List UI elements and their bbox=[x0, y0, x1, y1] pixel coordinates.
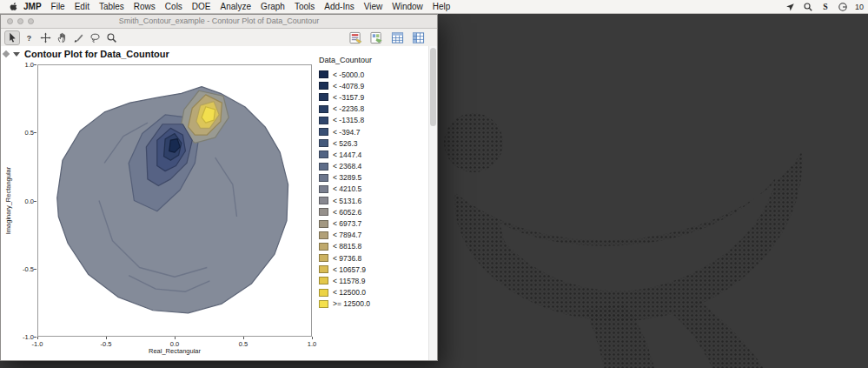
crosshair-tool[interactable] bbox=[37, 30, 53, 45]
legend-row-16[interactable]: < 9736.8 bbox=[319, 252, 372, 264]
x-tick-mark bbox=[312, 337, 313, 339]
x-tick-label: 1.0 bbox=[308, 340, 316, 348]
legend-row-8[interactable]: < 2368.4 bbox=[319, 161, 372, 172]
menu-item-help[interactable]: Help bbox=[432, 0, 452, 13]
search-icon[interactable] bbox=[803, 2, 813, 12]
pointer-icon[interactable] bbox=[785, 2, 796, 12]
g-logo-icon[interactable] bbox=[838, 2, 848, 12]
legend-label: < 4210.5 bbox=[333, 184, 361, 193]
menu-item-rows[interactable]: Rows bbox=[133, 0, 156, 13]
x-tick-label: -1.0 bbox=[32, 340, 43, 348]
menu-item-graph[interactable]: Graph bbox=[260, 0, 286, 13]
legend-row-1[interactable]: < -4078.9 bbox=[319, 80, 372, 91]
legend-swatch bbox=[319, 139, 328, 147]
legend-row-12[interactable]: < 6052.6 bbox=[319, 206, 372, 217]
menu-item-file[interactable]: File bbox=[50, 0, 66, 13]
legend-swatch bbox=[319, 185, 328, 193]
scrollbar-thumb[interactable] bbox=[430, 48, 436, 126]
legend-label: >= 12500.0 bbox=[333, 299, 370, 308]
legend-label: < 12500.0 bbox=[333, 288, 366, 297]
menu-item-analyze[interactable]: Analyze bbox=[220, 0, 253, 13]
y-tick-mark bbox=[34, 132, 36, 133]
brush-tool[interactable] bbox=[70, 30, 86, 45]
vertical-scrollbar[interactable] bbox=[428, 46, 437, 360]
y-tick-label: -0.5 bbox=[8, 265, 34, 273]
menu-item-jmp[interactable]: JMP bbox=[23, 0, 43, 13]
menu-item-doe[interactable]: DOE bbox=[191, 0, 212, 13]
legend-swatch bbox=[319, 300, 328, 308]
x-tick-mark bbox=[106, 337, 107, 339]
hand-tool[interactable] bbox=[54, 30, 70, 45]
menu-item-edit[interactable]: Edit bbox=[74, 0, 90, 13]
legend-label: < 526.3 bbox=[333, 139, 358, 148]
legend-row-0[interactable]: < -5000.0 bbox=[319, 69, 372, 80]
legend-swatch bbox=[319, 220, 328, 228]
legend-label: < -1315.8 bbox=[333, 116, 364, 124]
x-tick-mark bbox=[243, 337, 244, 339]
y-tick-label: 1.0 bbox=[8, 61, 34, 69]
legend-row-9[interactable]: < 3289.5 bbox=[319, 172, 372, 184]
close-button[interactable] bbox=[7, 18, 13, 24]
x-tick-label: 0.5 bbox=[239, 340, 248, 348]
legend-label: < -4078.9 bbox=[333, 82, 364, 90]
arrow-tool[interactable] bbox=[4, 30, 20, 45]
legend-swatch bbox=[319, 128, 328, 136]
outline-header[interactable]: Contour Plot for Data_Countour bbox=[3, 49, 169, 59]
legend-row-10[interactable]: < 4210.5 bbox=[319, 184, 372, 195]
legend-row-14[interactable]: < 7894.7 bbox=[319, 230, 372, 241]
legend-row-20[interactable]: >= 12500.0 bbox=[319, 298, 372, 310]
s-logo-icon[interactable]: S bbox=[820, 2, 831, 12]
legend-label: < 3289.5 bbox=[333, 173, 361, 182]
legend-row-19[interactable]: < 12500.0 bbox=[319, 287, 372, 298]
legend-row-11[interactable]: < 5131.6 bbox=[319, 195, 372, 206]
plot-frame[interactable] bbox=[37, 64, 312, 337]
legend-row-4[interactable]: < -1315.8 bbox=[319, 115, 372, 126]
legend-label: < -3157.9 bbox=[333, 93, 364, 102]
jmp-person-logo-watermark bbox=[439, 14, 868, 368]
legend-row-3[interactable]: < -2236.8 bbox=[319, 104, 372, 115]
menu-item-view[interactable]: View bbox=[363, 0, 384, 13]
toolbar-right-icons bbox=[347, 30, 427, 45]
legend-label: < -5000.0 bbox=[333, 70, 364, 79]
minimize-button[interactable] bbox=[17, 18, 23, 24]
legend-swatch bbox=[319, 151, 328, 158]
disclosure-triangle-icon[interactable] bbox=[13, 52, 20, 57]
legend-swatch bbox=[319, 82, 328, 90]
legend-row-5[interactable]: < -394.7 bbox=[319, 126, 372, 137]
menubar: JMPFileEditTablesRowsColsDOEAnalyzeGraph… bbox=[0, 0, 868, 14]
legend-swatch bbox=[319, 231, 328, 239]
menubar-items: JMPFileEditTablesRowsColsDOEAnalyzeGraph… bbox=[23, 0, 451, 13]
watermark-body-swoosh bbox=[454, 151, 803, 321]
legend-row-7[interactable]: < 1447.4 bbox=[319, 149, 372, 160]
zoom-button[interactable] bbox=[28, 18, 34, 24]
columns-icon[interactable] bbox=[409, 30, 427, 45]
legend-label: < 11578.9 bbox=[333, 277, 365, 285]
legend-swatch bbox=[319, 254, 328, 262]
window-titlebar[interactable]: Smith_Contour_example - Contour Plot of … bbox=[1, 15, 437, 29]
help-tool[interactable]: ? bbox=[21, 30, 36, 45]
lasso-tool[interactable] bbox=[87, 30, 103, 45]
legend-swatch bbox=[319, 208, 328, 216]
legend-row-13[interactable]: < 6973.7 bbox=[319, 217, 372, 229]
legend-row-18[interactable]: < 11578.9 bbox=[319, 275, 372, 286]
layout-icon[interactable] bbox=[368, 30, 385, 45]
legend-row-6[interactable]: < 526.3 bbox=[319, 137, 372, 149]
outline-title: Contour Plot for Data_Countour bbox=[24, 49, 169, 59]
legend-label: < 8815.8 bbox=[333, 242, 361, 251]
toolbar-left-icons: ? bbox=[4, 30, 119, 45]
legend-row-2[interactable]: < -3157.9 bbox=[319, 91, 372, 103]
menu-item-tables[interactable]: Tables bbox=[98, 0, 125, 13]
legend-row-17[interactable]: < 10657.9 bbox=[319, 264, 372, 275]
menu-item-cols[interactable]: Cols bbox=[164, 0, 183, 13]
x-axis-label: Real_Rectangular bbox=[37, 347, 312, 355]
magnifier-tool[interactable] bbox=[103, 30, 119, 45]
data-table-icon[interactable] bbox=[388, 30, 406, 45]
menubar-status: S 10 bbox=[785, 0, 864, 13]
apple-logo-icon[interactable] bbox=[9, 2, 19, 12]
menu-item-add-ins[interactable]: Add-Ins bbox=[323, 0, 354, 13]
legend-title: Data_Countour bbox=[319, 56, 372, 64]
menu-item-tools[interactable]: Tools bbox=[294, 0, 315, 13]
menu-item-window[interactable]: Window bbox=[391, 0, 424, 13]
legend-row-15[interactable]: < 8815.8 bbox=[319, 241, 372, 252]
journal-icon[interactable] bbox=[347, 30, 364, 45]
